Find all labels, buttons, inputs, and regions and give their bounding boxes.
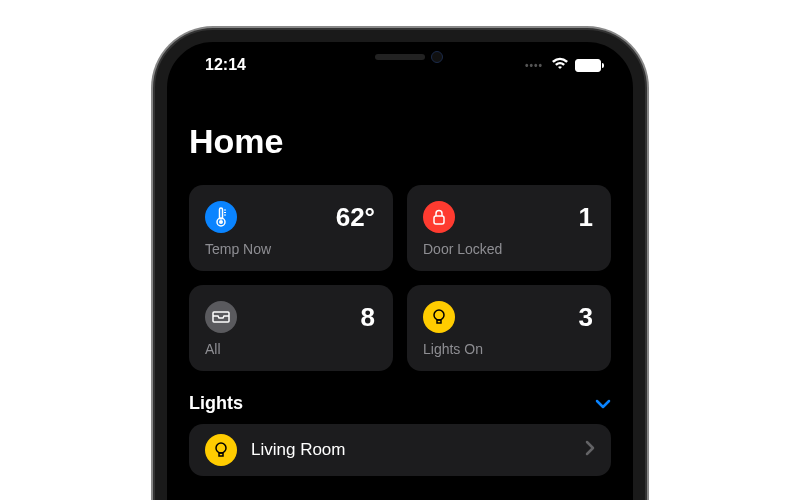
tile-label: All (205, 341, 375, 357)
battery-icon (575, 59, 601, 72)
tile-value: 62° (336, 202, 375, 233)
thermometer-icon (205, 201, 237, 233)
tile-all[interactable]: 8 All (189, 285, 393, 371)
bulb-icon (205, 434, 237, 466)
status-indicators: •••• (525, 56, 601, 74)
tile-value: 1 (579, 202, 593, 233)
cellular-dots-icon: •••• (525, 60, 543, 71)
tile-label: Door Locked (423, 241, 593, 257)
tile-value: 8 (361, 302, 375, 333)
phone-frame: 12:14 •••• Home 62° Temp Now (155, 30, 645, 500)
svg-rect-6 (434, 216, 444, 224)
tile-value: 3 (579, 302, 593, 333)
svg-rect-8 (437, 320, 441, 323)
tile-temp[interactable]: 62° Temp Now (189, 185, 393, 271)
light-row[interactable]: Living Room (189, 424, 611, 476)
page-title: Home (189, 122, 611, 161)
bulb-icon (423, 301, 455, 333)
tile-label: Temp Now (205, 241, 375, 257)
chevron-right-icon (585, 440, 595, 460)
status-tiles: 62° Temp Now 1 Door Locked 8 (189, 185, 611, 371)
section-header[interactable]: Lights (189, 393, 611, 414)
wifi-icon (551, 56, 569, 74)
tile-label: Lights On (423, 341, 593, 357)
status-time: 12:14 (205, 56, 246, 74)
inbox-icon (205, 301, 237, 333)
svg-point-7 (434, 310, 444, 320)
tile-door[interactable]: 1 Door Locked (407, 185, 611, 271)
svg-rect-10 (219, 453, 223, 456)
svg-point-9 (216, 443, 226, 453)
light-name: Living Room (251, 440, 571, 460)
section-title: Lights (189, 393, 243, 414)
notch (315, 42, 485, 72)
svg-point-2 (219, 220, 223, 224)
tile-lights[interactable]: 3 Lights On (407, 285, 611, 371)
lock-icon (423, 201, 455, 233)
chevron-down-icon[interactable] (595, 395, 611, 413)
